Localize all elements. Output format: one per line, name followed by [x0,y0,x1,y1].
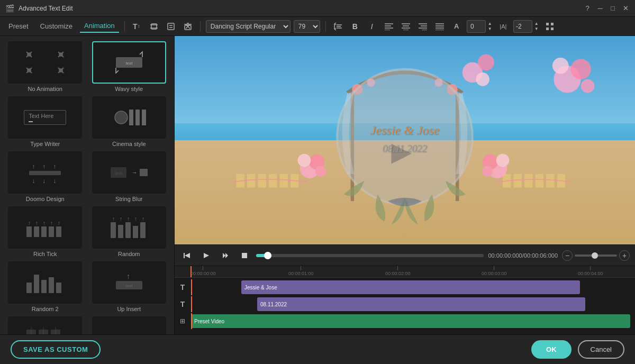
svg-text:text: text [125,284,133,288]
title-bar-title: Advanced Text Edit [19,5,73,12]
anim-thumb-up-insert: ↑ text [92,261,166,304]
svg-rect-5 [168,23,174,30]
zoom-out-button[interactable]: − [562,250,573,261]
svg-text:↑: ↑ [142,216,144,222]
anim-item-up-insert[interactable]: ↑ text Up Insert [89,261,169,312]
anim-thumb-type-writer: Text Here [8,96,82,139]
animation-panel: No Animation text Wavy style [0,36,175,334]
play-forward-button[interactable] [218,248,233,263]
crop-icon[interactable] [147,20,161,33]
grid-icon[interactable] [543,20,557,33]
svg-text:↕: ↕ [138,23,140,29]
svg-text:↑: ↑ [32,163,35,170]
progress-handle[interactable] [264,252,271,259]
play-button[interactable] [199,248,214,263]
anim-item-no-animation[interactable]: No Animation [5,41,85,92]
anim-item-cinema-style[interactable]: Cinema style [89,96,169,147]
track-icon-video: ⊞ [177,313,188,329]
svg-rect-87 [140,222,146,238]
main-content: No Animation text Wavy style [0,36,635,334]
close-button[interactable]: ✕ [621,4,630,13]
anim-item-random-2[interactable]: Random 2 [5,261,85,312]
anim-item-rich-tick[interactable]: ↑ ↑ ↑ ↑ ↑ Rich Tick [5,206,85,257]
stroke-icon[interactable]: A [450,20,464,33]
playback-progress[interactable] [256,254,484,257]
minimize-button[interactable]: ─ [596,4,604,13]
zoom-handle[interactable] [592,252,598,259]
align-justify-icon[interactable] [433,20,447,33]
bold-button[interactable]: B [348,20,362,33]
playhead-track-2 [191,296,192,312]
stroke-value-input[interactable] [467,20,486,33]
help-button[interactable]: ? [583,4,592,13]
skip-back-button[interactable] [180,248,195,263]
anim-item-partial-2[interactable]: ↓ [89,316,169,334]
svg-line-15 [334,29,336,30]
align-center-icon[interactable] [399,20,413,33]
timeline-ruler: 00:00:00:00 00:00:01:00 00:00:02:00 00:0… [175,266,635,278]
zoom-slider[interactable] [575,254,617,257]
svg-line-13 [334,23,336,24]
font-family-select[interactable]: Dancing Script Regular Arial Georgia [206,20,291,33]
text-clip-date[interactable]: 08.11.2022 [257,297,585,311]
stroke-down-arrow[interactable]: ▼ [488,26,493,32]
char-spacing-input[interactable] [513,20,532,33]
tab-customize[interactable]: Customize [36,20,77,32]
anim-item-type-writer[interactable]: Text Here Type Writer [5,96,85,147]
align-icon[interactable] [164,20,178,33]
svg-rect-67 [140,169,148,176]
anim-item-wavy-style[interactable]: text Wavy style [89,41,169,92]
svg-rect-60 [29,171,61,175]
spacing-down-arrow[interactable]: ▼ [534,26,540,32]
anim-item-partial-1[interactable] [5,316,85,334]
svg-rect-55 [135,110,140,125]
ok-button[interactable]: OK [531,340,572,359]
svg-rect-84 [118,225,123,238]
spacing-up-arrow[interactable]: ▲ [534,21,540,26]
svg-text:↑: ↑ [50,220,53,226]
line-spacing-icon[interactable] [331,20,345,33]
anim-item-string-blur[interactable]: text → String Blur [89,151,169,202]
track-icon-text-1: T [177,279,188,295]
video-clip-preset[interactable]: Preset Video [191,314,630,328]
anim-thumb-no-animation [8,41,82,84]
right-panel: Jessie & Jose 08.11.2022 [175,36,635,334]
stop-button[interactable] [237,248,252,263]
svg-text:↑: ↑ [112,216,115,222]
align-right-icon[interactable] [416,20,430,33]
toolbar-divider-1 [124,21,125,32]
char-spacing-icon[interactable]: |A| [496,20,510,33]
text-size-icon[interactable]: T↕ [130,20,144,33]
svg-rect-75 [41,226,47,237]
svg-text:↑: ↑ [35,220,38,226]
anim-thumb-partial-1 [8,316,82,334]
anim-thumb-rich-tick: ↑ ↑ ↑ ↑ ↑ [8,206,82,249]
title-bar-left: 🎬 Advanced Text Edit [5,4,73,13]
ruler-mark-0: 00:00:00:00 [190,266,216,276]
save-as-custom-button[interactable]: SAVE AS CUSTOM [11,340,101,359]
anim-thumb-partial-2: ↓ [92,316,166,334]
toolbar-divider-3 [325,21,326,32]
bottom-bar: SAVE AS CUSTOM OK Cancel [0,334,635,364]
anim-item-doomo-design[interactable]: ↑ ↑ ↑ ↓ ↓ ↓ Doomo Design [5,151,85,202]
text-clip-jessie[interactable]: Jessie & Jose [241,280,580,294]
delete-icon[interactable] [181,20,195,33]
playhead-ruler [190,266,192,277]
svg-text:↑: ↑ [126,272,130,280]
anim-item-random[interactable]: ↑ ↑ ↑ ↑ ↑ Random [89,206,169,257]
align-left-icon[interactable] [382,20,396,33]
track-area-1[interactable]: Jessie & Jose [188,279,635,295]
stroke-up-arrow[interactable]: ▲ [488,21,493,26]
track-area-2[interactable]: 08.11.2022 [188,296,635,312]
cancel-button[interactable]: Cancel [578,340,624,359]
anim-thumb-random-2 [8,261,82,304]
svg-text:↓: ↓ [126,331,132,334]
italic-button[interactable]: I [365,20,379,33]
maximize-button[interactable]: □ [609,4,617,13]
font-size-select[interactable]: 79 72 96 [294,20,320,33]
track-area-3[interactable]: Preset Video [188,313,635,329]
zoom-in-button[interactable]: + [619,250,630,261]
tab-animation[interactable]: Animation [80,20,119,33]
tab-preset[interactable]: Preset [4,20,33,32]
timeline-track-2: T 08.11.2022 [175,296,635,312]
